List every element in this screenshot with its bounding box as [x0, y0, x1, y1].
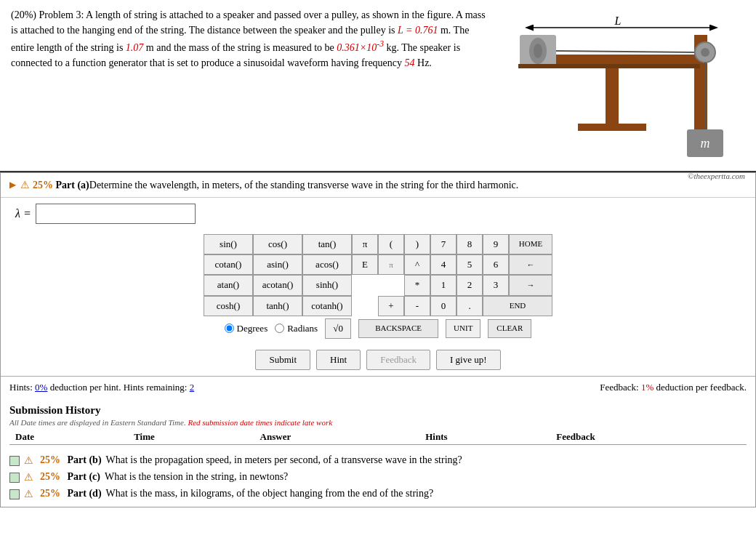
num3-button[interactable]: 3	[483, 275, 509, 295]
pow-button[interactable]: ^	[404, 254, 430, 275]
submission-title: Submission History	[9, 404, 747, 417]
end-button[interactable]: END	[483, 296, 552, 316]
minus-button[interactable]: -	[404, 296, 430, 316]
lambda-row: λ =	[1, 198, 755, 230]
pi2-button[interactable]: π	[378, 254, 404, 275]
part-c-label: Part (c)	[65, 471, 100, 483]
tanh-button[interactable]: tanh()	[253, 296, 302, 316]
clear-button[interactable]: CLEAR	[488, 319, 531, 337]
num0-button[interactable]: 0	[430, 296, 457, 316]
part-c-row: ⚠ 25% Part (c) What is the tension in th…	[9, 469, 747, 486]
lambda-input[interactable]	[36, 204, 196, 224]
part-a-percent: 25%	[33, 180, 53, 191]
num5-button[interactable]: 5	[457, 254, 483, 275]
physics-diagram: L m	[498, 7, 745, 167]
num8-button[interactable]: 8	[457, 234, 483, 254]
sin-button[interactable]: sin()	[204, 234, 253, 254]
action-row: Submit Hint Feedback I give up!	[1, 344, 755, 376]
col-answer: Answer	[254, 430, 420, 445]
cosh-button[interactable]: cosh()	[204, 296, 253, 316]
lambda-label: λ =	[15, 207, 31, 220]
radians-option[interactable]: Radians	[275, 323, 318, 334]
num7-button[interactable]: 7	[430, 234, 457, 254]
mass-exp: -3	[377, 39, 384, 49]
hints-right: Feedback: 1% deduction per feedback.	[600, 382, 747, 393]
cos-button[interactable]: cos()	[253, 234, 302, 254]
submit-button[interactable]: Submit	[255, 350, 310, 370]
problem-text: (20%) Problem 3: A length of string is a…	[11, 7, 491, 167]
calculator-area: sin() cos() tan() π ( ) 7 8 9 HOME cotan…	[1, 230, 755, 344]
hints-remaining: 2	[190, 382, 195, 393]
hint-pct-link[interactable]: 0%	[35, 382, 47, 393]
sinh-button[interactable]: sinh()	[302, 275, 352, 295]
part-a-description: Determine the wavelength, in meters, of …	[89, 180, 519, 191]
backspace-button[interactable]: BACKSPACE	[358, 319, 438, 337]
hints-remaining-link[interactable]: 2	[190, 382, 195, 393]
acos-button[interactable]: acos()	[302, 254, 352, 275]
tan-button[interactable]: tan()	[302, 234, 352, 254]
expand-triangle[interactable]: ▶	[9, 180, 16, 190]
E-button[interactable]: E	[352, 254, 378, 275]
degrees-option[interactable]: Degrees	[225, 323, 268, 334]
part-d-desc: What is the mass, in kilograms, of the o…	[106, 488, 434, 499]
svg-text:m: m	[701, 136, 710, 150]
figure-credit: ©theexpertta.com	[498, 172, 745, 180]
part-b-desc: What is the propagation speed, in meters…	[106, 454, 462, 466]
degrees-radio[interactable]	[225, 324, 234, 333]
lparen-button[interactable]: (	[378, 234, 404, 254]
num4-button[interactable]: 4	[430, 254, 457, 275]
part-b-checkbox	[9, 456, 20, 466]
part-d-checkbox	[9, 489, 20, 499]
col-feedback: Feedback	[550, 430, 747, 445]
left-arrow-button[interactable]: ←	[509, 254, 552, 275]
num9-button[interactable]: 9	[483, 234, 509, 254]
give-up-button[interactable]: I give up!	[436, 350, 501, 370]
blank3-button	[352, 296, 378, 316]
mult-button[interactable]: *	[404, 275, 430, 295]
cotan-button[interactable]: cotan()	[204, 254, 253, 275]
submission-note: All Date times are displayed in Eastern …	[9, 418, 747, 427]
atan-button[interactable]: atan()	[204, 275, 253, 295]
asin-button[interactable]: asin()	[253, 254, 302, 275]
svg-point-9	[701, 48, 709, 57]
svg-rect-14	[606, 68, 619, 127]
calculator-grid: sin() cos() tan() π ( ) 7 8 9 HOME cotan…	[204, 234, 552, 341]
cotanh-button[interactable]: cotanh()	[302, 296, 352, 316]
hints-mid: deduction per hint. Hints remaining:	[47, 382, 189, 393]
svg-point-6	[534, 44, 542, 58]
part-d-pct: 25%	[40, 488, 60, 499]
blank1-button	[352, 275, 378, 295]
right-arrow-button[interactable]: →	[509, 275, 552, 295]
col-date: Date	[9, 430, 128, 445]
plus-button[interactable]: +	[378, 296, 404, 316]
num6-button[interactable]: 6	[483, 254, 509, 275]
feedback-prefix: Feedback:	[600, 382, 641, 393]
sqrt-button[interactable]: √0	[325, 318, 351, 339]
svg-rect-15	[578, 124, 646, 131]
hint-button[interactable]: Hint	[316, 350, 361, 370]
svg-text:L: L	[614, 15, 622, 27]
submission-note-text: All Date times are displayed in Eastern …	[9, 418, 186, 427]
part-b-row: ⚠ 25% Part (b) What is the propagation s…	[9, 452, 747, 469]
hints-bar: Hints: 0% deduction per hint. Hints rema…	[1, 376, 755, 398]
num2-button[interactable]: 2	[457, 275, 483, 295]
feedback-button[interactable]: Feedback	[366, 350, 430, 370]
feedback-text: deduction per feedback.	[654, 382, 747, 393]
dot-button[interactable]: .	[457, 296, 483, 316]
submission-note-red: Red submission date times indicate late …	[188, 418, 332, 427]
length-value: 1.07	[126, 42, 144, 53]
problem-text3: m and the mass of the string is measured…	[143, 42, 337, 53]
warning-icon: ⚠	[20, 179, 30, 191]
degrees-radians-row: Degrees Radians √0 BACKSPACE UNIT CLEAR	[204, 316, 552, 341]
degrees-label: Degrees	[237, 323, 268, 334]
pi-button[interactable]: π	[352, 234, 378, 254]
home-button[interactable]: HOME	[509, 234, 552, 254]
rparen-button[interactable]: )	[404, 234, 430, 254]
other-parts: ⚠ 25% Part (b) What is the propagation s…	[1, 448, 755, 507]
radians-radio[interactable]	[275, 324, 284, 333]
mass-value: 0.361×10	[337, 42, 377, 53]
acotan-button[interactable]: acotan()	[253, 275, 302, 295]
problem-figure: L m ©theexpertta	[498, 7, 745, 167]
num1-button[interactable]: 1	[430, 275, 457, 295]
unit-button[interactable]: UNIT	[446, 319, 480, 337]
